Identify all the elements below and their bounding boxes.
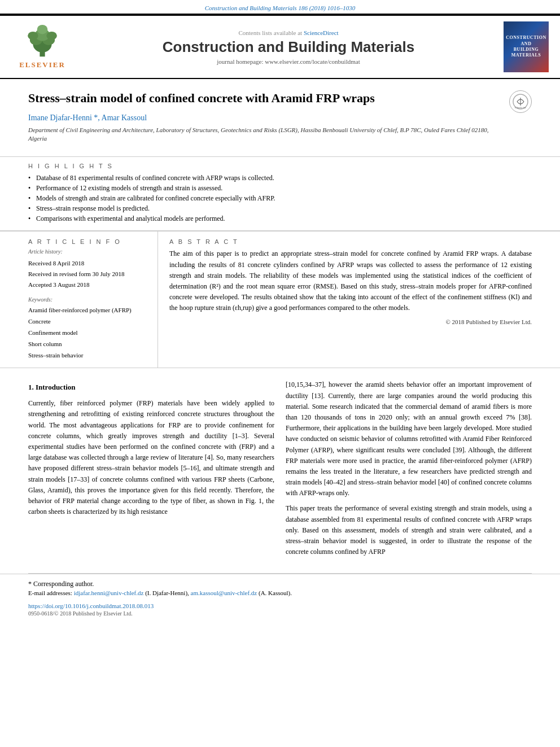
email-footnote: E-mail addresses: idjafar.henni@univ-chl… <box>28 589 532 596</box>
highlight-item: Performance of 12 existing models of str… <box>28 184 532 193</box>
corresponding-author-note: * Corresponding author. <box>28 580 532 588</box>
journal-ref-text: Construction and Building Materials 186 … <box>205 5 355 11</box>
highlights-list: Database of 81 experimental results of c… <box>28 174 532 223</box>
intro-paragraph-2: [10,15,34–37], however the aramid sheets… <box>286 379 532 499</box>
sciencedirect-text: ScienceDirect <box>304 29 339 36</box>
journal-header: ELSEVIER Contents lists available at Sci… <box>0 15 560 79</box>
keyword-item: Short column <box>28 339 149 350</box>
highlights-section: H I G H L I G H T S Database of 81 exper… <box>0 156 560 231</box>
elsevier-logo: ELSEVIER <box>11 24 73 69</box>
keyword-item: Confinement model <box>28 327 149 339</box>
intro-section-title: 1. Introduction <box>28 382 274 394</box>
intro-paragraph-3: This paper treats the performance of sev… <box>286 503 532 557</box>
history-label: Article history: <box>28 248 149 255</box>
highlight-item: Models of strength and strain are calibr… <box>28 194 532 203</box>
body-column-right: [10,15,34–37], however the aramid sheets… <box>286 379 532 562</box>
info-abstract-section: A R T I C L E I N F O Article history: R… <box>0 231 560 368</box>
article-title: Stress–strain model of confined concrete… <box>28 90 504 107</box>
check-updates-icon: Check for <box>512 93 529 110</box>
abstract-text: The aim of this paper is to predict an a… <box>169 248 532 313</box>
doi-link[interactable]: https://doi.org/10.1016/j.conbuildmat.20… <box>0 600 560 610</box>
journal-homepage: journal homepage: www.elsevier.com/locat… <box>79 58 498 65</box>
article-info-panel: A R T I C L E I N F O Article history: R… <box>28 231 158 368</box>
highlight-item: Comparisons with experimental and analyt… <box>28 215 532 223</box>
journal-title-block: Contents lists available at ScienceDirec… <box>79 29 498 65</box>
check-for-updates-badge: Check for <box>509 90 532 113</box>
cover-title: ConstructionandBuildingMATERIALS <box>506 35 546 59</box>
elsevier-tree-icon <box>20 24 65 58</box>
svg-point-7 <box>37 25 47 34</box>
keyword-item: Aramid fiber-reinforced polymer (AFRP) <box>28 305 149 316</box>
highlight-item: Database of 81 experimental results of c… <box>28 174 532 182</box>
highlight-item: Stress–strain response model is predicte… <box>28 204 532 213</box>
keyword-item: Concrete <box>28 316 149 327</box>
cover-box: ConstructionandBuildingMATERIALS <box>504 21 549 72</box>
journal-reference: Construction and Building Materials 186 … <box>0 0 560 14</box>
journal-main-title: Construction and Building Materials <box>79 38 498 56</box>
body-column-left: 1. Introduction Currently, fiber reinfor… <box>28 379 274 562</box>
issn-text: 0950-0618/© 2018 Published by Elsevier L… <box>0 610 560 622</box>
svg-point-6 <box>46 32 56 40</box>
elsevier-wordmark: ELSEVIER <box>19 60 65 69</box>
abstract-heading: A B S T R A C T <box>169 238 532 245</box>
sciencedirect-link[interactable]: Contents lists available at ScienceDirec… <box>79 29 498 36</box>
keyword-item: Stress–strain behavior <box>28 350 149 361</box>
journal-cover-image: ConstructionandBuildingMATERIALS <box>504 21 549 72</box>
svg-point-5 <box>28 32 38 40</box>
received-date: Received 8 April 2018 Received in revise… <box>28 258 149 290</box>
body-columns: 1. Introduction Currently, fiber reinfor… <box>0 368 560 573</box>
highlights-heading: H I G H L I G H T S <box>28 163 532 169</box>
keywords-list: Aramid fiber-reinforced polymer (AFRP) C… <box>28 305 149 361</box>
authors: Imane Djafar-Henni *, Amar Kassoul <box>28 113 504 123</box>
intro-paragraph-1: Currently, fiber reinforced polymer (FRP… <box>28 398 274 517</box>
email-2-link[interactable]: am.kassoul@univ-chlef.dz <box>191 589 257 596</box>
article-info-heading: A R T I C L E I N F O <box>28 238 149 245</box>
keywords-label: Keywords: <box>28 296 149 303</box>
abstract-panel: A B S T R A C T The aim of this paper is… <box>158 231 532 368</box>
affiliation: Department of Civil Engineering and Arch… <box>28 126 504 143</box>
email-1-link[interactable]: idjafar.henni@univ-chlef.dz <box>74 589 144 596</box>
abstract-copyright: © 2018 Published by Elsevier Ltd. <box>169 318 532 325</box>
svg-text:Check for: Check for <box>515 106 526 109</box>
footnote-section: * Corresponding author. E-mail addresses… <box>0 574 560 600</box>
article-header-section: Stress–strain model of confined concrete… <box>0 79 560 156</box>
